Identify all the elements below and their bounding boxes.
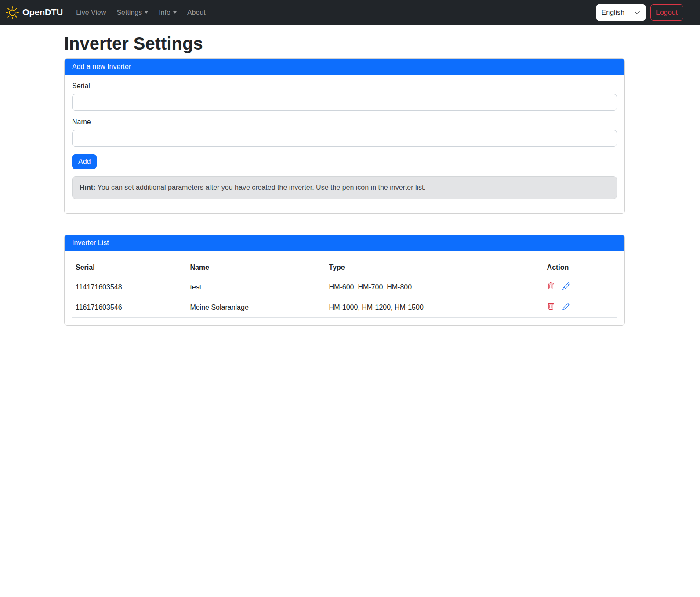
main-content: Inverter Settings Add a new Inverter Ser…	[64, 25, 625, 326]
navbar-right: English Logout	[596, 4, 683, 21]
hint-label: Hint:	[80, 184, 95, 191]
cell-name: test	[186, 277, 325, 297]
cell-action	[544, 277, 617, 297]
hint-box: Hint: You can set additional parameters …	[72, 176, 617, 199]
inverter-list-card-header: Inverter List	[65, 235, 624, 251]
chevron-down-icon	[634, 10, 640, 16]
nav-item-info-label: Info	[159, 9, 170, 17]
cell-name: Meine Solaranlage	[186, 297, 325, 318]
cell-action	[544, 297, 617, 318]
nav-item-live-view[interactable]: Live View	[71, 5, 111, 20]
brand-link[interactable]: OpenDTU	[6, 6, 63, 19]
caret-down-icon	[173, 11, 177, 14]
table-row: 114171603548 test HM-600, HM-700, HM-800	[72, 277, 617, 297]
hint-text: You can set additional parameters after …	[98, 184, 426, 191]
sun-icon	[6, 6, 19, 19]
add-inverter-card: Add a new Inverter Serial Name Add Hint:…	[64, 58, 625, 214]
navbar: OpenDTU Live View Settings Info About En…	[0, 0, 700, 25]
serial-label: Serial	[72, 82, 617, 90]
table-row: 116171603546 Meine Solaranlage HM-1000, …	[72, 297, 617, 318]
pencil-icon	[562, 303, 570, 310]
cell-type: HM-1000, HM-1200, HM-1500	[326, 297, 544, 318]
caret-down-icon	[145, 11, 148, 14]
nav-item-about[interactable]: About	[182, 5, 211, 20]
delete-inverter-button[interactable]	[547, 303, 555, 310]
nav-item-settings[interactable]: Settings	[111, 5, 153, 20]
edit-inverter-button[interactable]	[562, 282, 570, 290]
logout-button[interactable]: Logout	[650, 4, 683, 21]
trash-icon	[547, 303, 555, 310]
delete-inverter-button[interactable]	[547, 282, 555, 290]
language-selected-value: English	[602, 9, 624, 17]
nav-links: Live View Settings Info About	[71, 5, 211, 20]
edit-inverter-button[interactable]	[562, 303, 570, 310]
page-title: Inverter Settings	[64, 33, 625, 54]
column-header-name: Name	[186, 258, 325, 277]
cell-serial: 116171603546	[72, 297, 186, 318]
language-select[interactable]: English	[596, 4, 646, 21]
table-header-row: Serial Name Type Action	[72, 258, 617, 277]
inverter-list-card: Inverter List Serial Name Type Action 11…	[64, 235, 625, 326]
column-header-type: Type	[326, 258, 544, 277]
inverter-table: Serial Name Type Action 114171603548 tes…	[72, 258, 617, 318]
name-label: Name	[72, 118, 617, 126]
nav-item-info[interactable]: Info	[153, 5, 182, 20]
inverter-list-card-body: Serial Name Type Action 114171603548 tes…	[65, 251, 624, 325]
add-button[interactable]: Add	[72, 154, 97, 169]
column-header-action: Action	[544, 258, 617, 277]
serial-input[interactable]	[72, 94, 617, 111]
add-inverter-card-body: Serial Name Add Hint: You can set additi…	[65, 75, 624, 213]
name-input[interactable]	[72, 130, 617, 147]
nav-item-settings-label: Settings	[116, 9, 142, 17]
cell-serial: 114171603548	[72, 277, 186, 297]
cell-type: HM-600, HM-700, HM-800	[326, 277, 544, 297]
trash-icon	[547, 282, 555, 290]
pencil-icon	[562, 282, 570, 290]
brand-label: OpenDTU	[22, 7, 63, 18]
column-header-serial: Serial	[72, 258, 186, 277]
add-inverter-card-header: Add a new Inverter	[65, 59, 624, 75]
